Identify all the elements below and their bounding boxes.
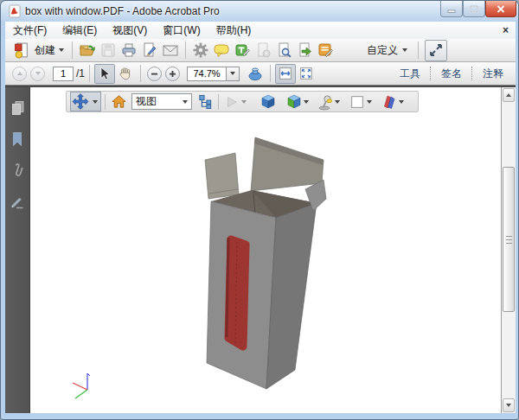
open-file-button[interactable] [77,41,98,60]
preferences-button[interactable] [190,41,211,60]
home-view-button[interactable] [109,92,128,111]
acrobat-logo-icon [8,4,22,18]
zoom-in-icon [169,70,176,78]
scroll-up-icon [506,93,511,97]
cross-section-button[interactable] [380,92,399,111]
customize-button[interactable]: 自定义 [367,43,407,58]
dropdown-arrow-icon [183,100,188,104]
next-page-button [30,67,45,81]
find-document-button[interactable] [273,41,294,60]
scroll-down-icon [506,404,511,407]
fit-page-button[interactable] [296,64,317,84]
email-icon [162,41,179,59]
minimize-icon [447,5,456,13]
export-document-icon [296,41,313,59]
ink-bottle-button[interactable] [245,64,266,84]
lighting-button[interactable] [316,92,335,111]
page-thumbnails-icon[interactable] [9,99,26,117]
3d-model-canvas[interactable] [29,87,501,413]
model-tree-button[interactable] [195,92,215,111]
sign-panel-button[interactable]: 签名 [432,67,471,81]
box-window-left-edge [227,238,228,337]
render-mode-button[interactable] [259,92,278,111]
dropdown-arrow-icon[interactable] [304,100,309,104]
vertical-scrollbar[interactable] [501,87,516,413]
scroll-down-button[interactable] [503,398,515,412]
previous-page-icon [17,72,22,75]
background-color-icon [349,94,365,110]
page-number-input[interactable] [53,67,74,81]
separator [218,94,219,110]
previous-page-button [12,67,27,81]
comment-button[interactable] [211,41,232,60]
close-button[interactable] [485,1,516,17]
expand-view-button[interactable] [425,40,447,61]
title-bar[interactable]: box with window.PDF - Adobe Acrobat Pro [1,1,518,22]
separator [72,41,73,59]
rotate-3d-icon [71,92,90,111]
hand-tool-button[interactable] [115,64,136,84]
fit-page-icon [298,66,314,81]
view-select[interactable]: 视图 [131,93,192,110]
menu-window[interactable]: 窗口(W) [155,22,208,40]
window-title: box with window.PDF - Adobe Acrobat Pro [25,5,220,17]
dropdown-arrow-icon[interactable] [335,100,340,104]
zoom-level-value[interactable]: 74.7% [187,67,227,81]
menu-help[interactable]: 帮助(H) [208,22,260,40]
bookmarks-icon[interactable] [9,130,26,148]
create-label: 创建 [35,43,55,58]
thumb-grip [506,243,512,244]
text-edit-button[interactable] [232,41,253,60]
menu-file[interactable]: 文件(F) [5,22,54,40]
document-area: 视图 [5,86,516,413]
rotate-tool-button[interactable] [70,92,101,111]
scroll-up-button[interactable] [503,88,515,102]
menu-view[interactable]: 视图(V) [105,22,155,40]
zoom-out-button[interactable] [147,67,162,81]
maximize-icon [470,5,478,13]
fit-width-scroll-button[interactable] [275,64,296,84]
create-button[interactable]: 创建 [5,41,67,60]
home-icon [111,93,127,110]
menu-edit[interactable]: 编辑(E) [54,22,105,40]
forms-button[interactable] [315,41,336,60]
scrollbar-thumb[interactable] [503,167,515,312]
dropdown-arrow-icon[interactable] [399,100,404,104]
attachments-icon[interactable] [9,162,26,179]
cross-section-icon [381,93,398,111]
select-tool-icon [97,66,112,81]
dropdown-arrow-icon [230,72,235,75]
axis-y [75,390,87,398]
axis-x [73,383,87,390]
dropdown-arrow-icon [93,100,98,104]
hand-tool-icon [118,66,133,81]
edit-pdf-button[interactable] [139,41,160,60]
separator [270,65,271,82]
print-button[interactable] [119,41,139,60]
minimize-button[interactable] [440,1,463,17]
zoom-in-button[interactable] [165,67,180,81]
play-icon [224,94,240,110]
next-page-icon [35,72,41,75]
extra-options-button[interactable] [285,92,304,111]
dropdown-arrow-icon [241,100,247,104]
main-toolbar: 创建 [5,39,516,62]
thumb-grip [506,236,512,237]
zoom-level-dropdown[interactable] [227,67,240,81]
ink-bottle-icon [247,65,264,82]
signatures-icon[interactable] [9,193,26,210]
comment-panel-button[interactable]: 注释 [473,67,516,81]
axis-triad [73,373,90,398]
dropdown-arrow-icon [402,48,407,52]
navigation-toolbar: /1 74.7% [5,62,516,86]
background-color-button[interactable] [348,92,367,111]
menubar-close-icon[interactable]: × [503,24,509,36]
thumb-grip [506,239,512,240]
dropdown-arrow-icon[interactable] [367,100,372,104]
select-tool-button[interactable] [94,64,115,84]
maximize-button[interactable] [463,1,485,17]
tools-panel-button[interactable]: 工具 [390,67,430,81]
expand-view-icon [428,42,444,58]
export-document-button[interactable] [294,41,315,60]
email-button[interactable] [160,41,181,60]
